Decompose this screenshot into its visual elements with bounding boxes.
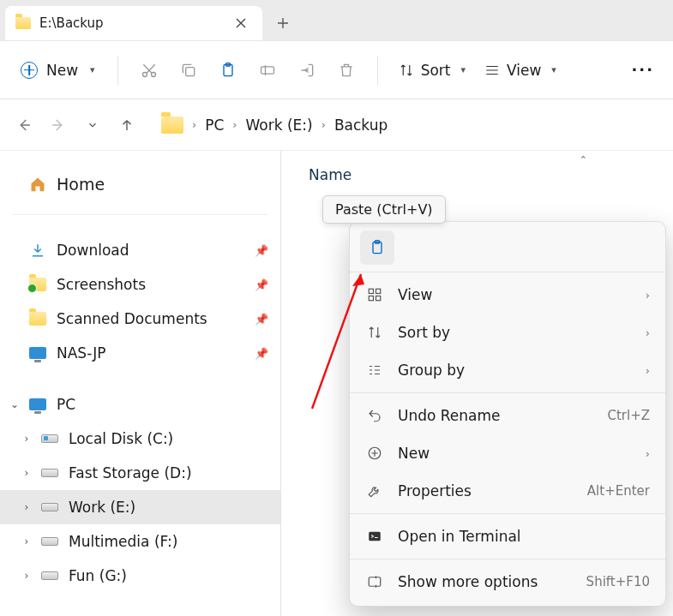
chevron-right-icon: › [646, 447, 650, 460]
context-label: View [398, 286, 632, 303]
disk-icon [41, 469, 58, 477]
disk-icon [41, 537, 58, 546]
context-icon-row [350, 227, 665, 268]
chevron-right-icon[interactable]: › [21, 535, 33, 547]
keyboard-shortcut: Ctrl+Z [607, 408, 650, 423]
crumb-folder[interactable]: Backup [334, 117, 388, 134]
context-label: New [398, 445, 632, 462]
drive-label: Fast Storage (D:) [69, 464, 192, 481]
sidebar-item-pc[interactable]: ⌄ PC [0, 387, 280, 422]
monitor-icon [29, 347, 46, 359]
folder-icon [29, 312, 46, 326]
new-tab-button[interactable] [266, 6, 300, 40]
context-label: Show more options [398, 573, 573, 590]
context-sort-by[interactable]: Sort by › [350, 314, 665, 351]
drive-label: Work (E:) [69, 499, 135, 516]
context-new[interactable]: New › [350, 434, 665, 472]
download-icon [29, 242, 46, 259]
pin-icon: 📌 [255, 347, 268, 360]
copy-button[interactable] [171, 53, 206, 87]
chevron-right-icon[interactable]: › [21, 467, 33, 479]
folder-icon [161, 117, 183, 134]
close-tab-button[interactable] [230, 12, 252, 34]
sidebar-home[interactable]: Home [0, 166, 280, 202]
context-paste-button[interactable] [360, 230, 394, 265]
crumb-pc[interactable]: PC [205, 117, 224, 134]
chevron-right-icon: › [646, 364, 650, 377]
tooltip-text: Paste (Ctrl+V) [335, 201, 433, 218]
tooltip-paste: Paste (Ctrl+V) [322, 195, 446, 224]
context-terminal[interactable]: Open in Terminal [350, 517, 665, 555]
chevron-down-icon: ▾ [90, 64, 95, 75]
chevron-right-icon[interactable]: › [21, 570, 33, 582]
sort-button[interactable]: Sort ▾ [392, 57, 472, 84]
sidebar-item-download[interactable]: Download 📌 [0, 233, 280, 267]
sidebar-item-screenshots[interactable]: Screenshots 📌 [0, 267, 280, 302]
address-bar: › PC › Work (E:) › Backup [0, 99, 673, 151]
chevron-down-icon: ▾ [460, 64, 466, 75]
pin-icon: 📌 [255, 313, 268, 326]
back-button[interactable] [12, 113, 36, 137]
up-button[interactable] [115, 113, 139, 137]
sort-icon [399, 63, 414, 78]
cut-button[interactable] [132, 53, 166, 87]
forward-button[interactable] [46, 113, 70, 137]
recent-button[interactable] [81, 113, 105, 137]
view-icon [484, 63, 500, 78]
home-label: Home [57, 175, 105, 194]
keyboard-shortcut: Alt+Enter [587, 483, 650, 499]
chevron-right-icon: › [646, 326, 650, 339]
context-undo[interactable]: Undo Rename Ctrl+Z [350, 397, 665, 434]
svg-rect-13 [376, 296, 381, 301]
rename-button[interactable] [250, 53, 285, 87]
chevron-down-icon[interactable]: ⌄ [9, 398, 21, 410]
tab-title: E:\Backup [39, 15, 230, 31]
svg-point-1 [151, 72, 155, 76]
sidebar-drive-e[interactable]: › Work (E:) [0, 490, 280, 524]
delete-button[interactable] [329, 53, 364, 87]
context-more-options[interactable]: Show more options Shift+F10 [350, 563, 665, 601]
sidebar-item-label: Download [57, 242, 129, 259]
separator [377, 56, 378, 85]
context-label: Undo Rename [398, 407, 593, 424]
svg-point-0 [142, 72, 147, 76]
divider [350, 272, 665, 272]
separator [117, 56, 118, 85]
context-menu: View › Sort by › Group by › Undo Rename … [349, 221, 666, 607]
sidebar-drive-f[interactable]: › Multimedia (F:) [0, 524, 280, 559]
column-header-name[interactable]: Name [309, 166, 673, 187]
divider [350, 392, 665, 393]
chevron-right-icon[interactable]: › [21, 501, 33, 513]
home-icon [29, 176, 46, 193]
more-button[interactable]: ··· [624, 61, 661, 79]
chevron-right-icon[interactable]: › [21, 433, 33, 445]
share-button[interactable] [290, 53, 324, 87]
new-button[interactable]: New ▾ [12, 57, 104, 84]
disk-icon [41, 434, 58, 443]
breadcrumb[interactable]: › PC › Work (E:) › Backup [161, 117, 388, 134]
tab-bar: E:\Backup [0, 0, 673, 41]
context-label: Group by [398, 362, 632, 379]
chevron-right-icon: › [321, 118, 326, 131]
context-view[interactable]: View › [350, 276, 665, 314]
sidebar-item-scanned[interactable]: Scanned Documents 📌 [0, 302, 280, 336]
svg-rect-11 [376, 289, 381, 293]
paste-button[interactable] [211, 53, 245, 87]
plus-circle-icon [365, 446, 384, 461]
sidebar-drive-g[interactable]: › Fun (G:) [0, 559, 280, 593]
crumb-drive[interactable]: Work (E:) [246, 117, 313, 134]
view-button[interactable]: View ▾ [478, 57, 563, 84]
keyboard-shortcut: Shift+F10 [586, 574, 650, 589]
context-group-by[interactable]: Group by › [350, 351, 665, 389]
active-tab[interactable]: E:\Backup [5, 6, 262, 40]
new-label: New [46, 62, 78, 79]
sidebar-drive-d[interactable]: › Fast Storage (D:) [0, 456, 280, 490]
view-label: View [507, 62, 541, 79]
plus-circle-icon [21, 62, 38, 79]
sidebar-drive-c[interactable]: › Local Disk (C:) [0, 422, 280, 456]
context-properties[interactable]: Properties Alt+Enter [350, 472, 665, 510]
svg-rect-10 [369, 289, 373, 293]
sidebar-item-nas[interactable]: NAS-JP 📌 [0, 336, 280, 370]
terminal-icon [365, 529, 384, 544]
folder-icon [15, 17, 31, 29]
